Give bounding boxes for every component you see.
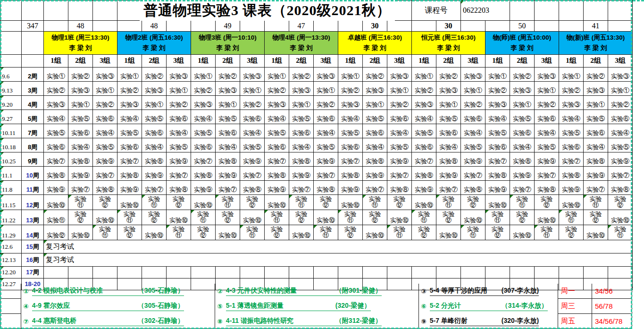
exp-cell[interactable]: 实验④ (93, 124, 117, 138)
exp-cell[interactable]: 实验⑥ (608, 110, 633, 124)
class-header[interactable]: 物理1班 (周三13:30)李 梁 刘 (44, 32, 117, 55)
date-cell[interactable]: 10.11 (0, 124, 22, 138)
week-cell[interactable]: 12周 (22, 195, 44, 210)
exp-cell[interactable]: 实验⑩ (436, 225, 461, 240)
empty-schedule-cell[interactable] (93, 267, 117, 278)
exp-cell[interactable]: 实验① (240, 82, 265, 96)
exp-cell[interactable]: 实验② (93, 96, 117, 110)
group-header[interactable]: 1组 (265, 55, 289, 67)
exp-cell[interactable]: 实验⑦ (363, 181, 387, 195)
exp-cell[interactable]: 实验⑧ (363, 152, 387, 167)
empty-schedule-cell[interactable] (44, 267, 68, 278)
exp-cell[interactable]: 实验⑨ (412, 181, 436, 195)
exp-cell[interactable]: 实验② (535, 96, 559, 110)
exp-cell[interactable]: 实验⑧ (216, 152, 240, 167)
group-header[interactable]: 3组 (240, 55, 265, 67)
exp-cell[interactable]: 实验⑧ (387, 181, 412, 195)
exp-cell[interactable]: 实验⑪ (363, 195, 387, 210)
exp-cell[interactable]: 实验⑥ (191, 138, 216, 152)
exp-cell[interactable]: 实验⑤ (608, 138, 633, 152)
exp-cell[interactable]: 实验① (68, 96, 93, 110)
group-header[interactable]: 2组 (510, 55, 535, 67)
exp-cell[interactable]: 实验① (314, 82, 338, 96)
exp-cell[interactable]: 实验⑫ (216, 210, 240, 225)
empty-schedule-cell[interactable] (559, 267, 584, 278)
exp-cell[interactable]: 实验⑪ (338, 210, 363, 225)
exp-cell[interactable]: 实验① (191, 67, 216, 82)
exp-cell[interactable]: 实验⑪ (584, 195, 608, 210)
exp-cell[interactable]: 实验④ (461, 124, 485, 138)
exp-cell[interactable]: 实验② (265, 82, 289, 96)
exp-cell[interactable]: 实验① (387, 82, 412, 96)
exp-cell[interactable]: 实验⑤ (338, 124, 363, 138)
exp-cell[interactable]: 实验⑨ (363, 167, 387, 181)
exp-cell[interactable]: 实验② (338, 82, 363, 96)
exp-cell[interactable]: 实验⑧ (584, 152, 608, 167)
week-cell[interactable]: 7周 (22, 124, 44, 138)
exp-cell[interactable]: 实验⑩ (216, 225, 240, 240)
exp-cell[interactable]: 实验⑫ (240, 195, 265, 210)
exp-cell[interactable]: 实验④ (510, 138, 535, 152)
exp-cell[interactable]: 实验⑪ (44, 210, 68, 225)
exp-cell[interactable]: 实验④ (240, 124, 265, 138)
exp-cell[interactable]: 实验⑤ (167, 138, 191, 152)
exp-cell[interactable]: 实验① (289, 96, 314, 110)
exp-cell[interactable]: 实验⑨ (289, 167, 314, 181)
exp-cell[interactable]: 实验③ (584, 82, 608, 96)
class-periods-cell[interactable]: 34/56/78 (592, 314, 632, 329)
exp-cell[interactable]: 实验⑨ (167, 152, 191, 167)
exp-cell[interactable]: 实验⑧ (117, 167, 142, 181)
exp-cell[interactable]: 实验⑪ (608, 225, 633, 240)
empty-schedule-cell[interactable] (338, 267, 363, 278)
exp-cell[interactable]: 实验② (412, 82, 436, 96)
exp-cell[interactable]: 实验⑧ (314, 181, 338, 195)
exp-cell[interactable]: 实验④ (608, 124, 633, 138)
exp-cell[interactable]: 实验⑥ (461, 110, 485, 124)
group-header[interactable]: 3组 (535, 55, 559, 67)
date-cell[interactable]: 11.8 (0, 181, 22, 195)
empty-schedule-cell[interactable] (289, 267, 314, 278)
count-cell[interactable] (44, 21, 68, 32)
legend-item[interactable]: ⑨5-7 单峰衍射(320-李永放) (419, 314, 558, 329)
group-header[interactable]: 3组 (93, 55, 117, 67)
week-cell[interactable]: 15周 (22, 240, 44, 253)
spacer-cell[interactable] (0, 55, 22, 67)
class-count-cell[interactable]: 49 (216, 21, 240, 32)
exp-cell[interactable]: 实验⑩ (240, 210, 265, 225)
exp-cell[interactable]: 实验⑩ (363, 225, 387, 240)
exp-cell[interactable]: 实验⑪ (216, 195, 240, 210)
week-cell[interactable]: 13周 (22, 210, 44, 225)
exp-cell[interactable]: 实验③ (142, 82, 167, 96)
week-cell[interactable]: 14周 (22, 225, 44, 240)
exp-cell[interactable]: 实验⑤ (584, 110, 608, 124)
exp-cell[interactable]: 实验⑤ (216, 110, 240, 124)
exp-cell[interactable]: 实验⑨ (93, 152, 117, 167)
legend-item[interactable]: ⑤5-1 薄透镜焦距测量(320-梁健） (215, 299, 419, 314)
exp-cell[interactable]: 实验⑦ (93, 167, 117, 181)
group-header[interactable]: 1组 (559, 55, 584, 67)
empty-schedule-cell[interactable] (216, 267, 240, 278)
exp-cell[interactable]: 实验⑧ (436, 152, 461, 167)
class-count-cell[interactable]: 50 (510, 21, 535, 32)
exp-cell[interactable]: 实验⑩ (68, 225, 93, 240)
group-header[interactable]: 2组 (436, 55, 461, 67)
group-header[interactable]: 1组 (485, 55, 510, 67)
exp-cell[interactable]: 实验⑨ (559, 181, 584, 195)
empty-schedule-cell[interactable] (436, 267, 461, 278)
exp-cell[interactable]: 实验⑨ (191, 181, 216, 195)
count-cell[interactable] (559, 21, 584, 32)
exp-cell[interactable]: 实验③ (535, 67, 559, 82)
count-cell[interactable] (240, 21, 265, 32)
exp-cell[interactable]: 实验⑪ (68, 195, 93, 210)
empty-schedule-cell[interactable] (461, 267, 485, 278)
week-cell[interactable]: 5周 (22, 110, 44, 124)
exp-cell[interactable]: 实验⑪ (240, 225, 265, 240)
title-band-cell[interactable] (510, 0, 535, 21)
empty-schedule-cell[interactable] (412, 267, 436, 278)
exp-cell[interactable]: 实验⑤ (117, 124, 142, 138)
class-header[interactable]: 物(师)班 (周五10:00)李 梁 刘 (485, 32, 559, 55)
exp-cell[interactable]: 实验⑤ (68, 110, 93, 124)
exp-cell[interactable]: 实验⑩ (608, 210, 633, 225)
exp-cell[interactable]: 实验⑥ (387, 110, 412, 124)
exp-cell[interactable]: 实验⑨ (387, 152, 412, 167)
